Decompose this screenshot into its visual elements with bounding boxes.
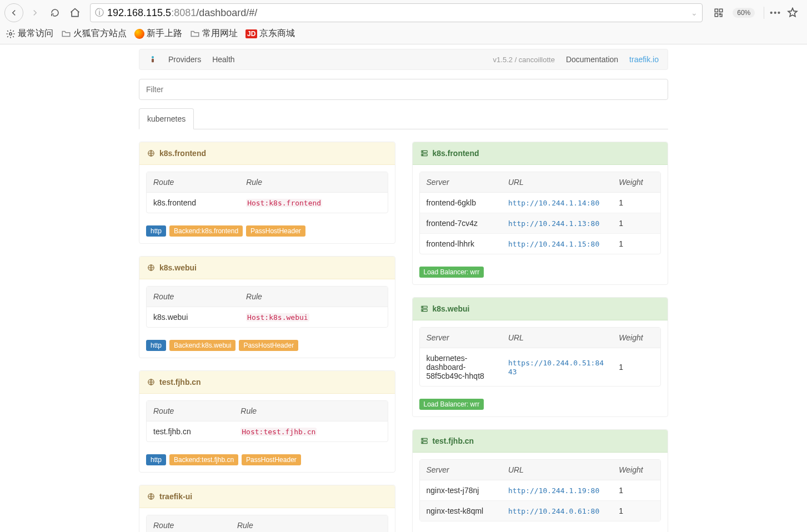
browser-toolbar: ⓘ 192.168.115.5:8081/dashboard/#/ ⌄ 60% …	[0, 0, 807, 26]
bookmark-most-visited[interactable]: 最常访问	[6, 28, 53, 39]
svg-rect-5	[152, 59, 154, 63]
frontend-panel-header: k8s.frontend	[139, 142, 395, 165]
badge-passhost: PassHostHeader	[242, 454, 301, 465]
jd-icon: JD	[245, 29, 257, 38]
globe-icon	[147, 264, 155, 272]
site-info-icon[interactable]: ⓘ	[95, 7, 104, 19]
backend-name: k8s.frontend	[433, 149, 479, 158]
nav-documentation[interactable]: Documentation	[566, 55, 618, 64]
url-cell: http://10.244.1.19:80	[502, 480, 612, 500]
backend-panel-header: k8s.webui	[413, 298, 668, 320]
overflow-menu-icon[interactable]: •••	[770, 8, 781, 17]
svg-point-21	[422, 442, 423, 443]
col-url: URL	[502, 328, 612, 348]
server-url-link[interactable]: http://10.244.0.61:80	[508, 507, 599, 515]
version-label: v1.5.2 / cancoillotte	[493, 56, 555, 64]
globe-icon	[147, 493, 155, 500]
bookmark-common[interactable]: 常用网址	[190, 28, 238, 39]
col-rule: Rule	[230, 515, 388, 532]
backend-name: k8s.webui	[433, 304, 470, 313]
server-url-link[interactable]: http://10.244.1.15:80	[508, 240, 599, 248]
svg-point-20	[422, 439, 423, 440]
server-url-link[interactable]: http://10.244.1.19:80	[508, 486, 599, 495]
backend-panel: k8s.frontend Server URL Weight frontend-…	[412, 142, 669, 285]
qr-icon[interactable]	[714, 8, 724, 18]
server-cell: nginx-test-j78nj	[420, 480, 502, 500]
nav-traefik-site[interactable]: traefik.io	[629, 55, 659, 64]
frontend-panel-header: test.fjhb.cn	[139, 371, 395, 394]
badge-http: http	[146, 454, 166, 465]
weight-cell: 1	[612, 193, 660, 213]
url-text: 192.168.115.5:8081/dashboard/#/	[107, 7, 257, 19]
frontend-panel: test.fjhb.cn Route Rule test.fjhb.cn Hos…	[139, 370, 395, 473]
filter-input[interactable]	[139, 79, 668, 100]
svg-point-16	[422, 307, 423, 308]
nav-health[interactable]: Health	[212, 55, 234, 64]
weight-cell: 1	[612, 233, 660, 254]
server-url-link[interactable]: https://10.244.0.51:8443	[508, 359, 604, 376]
frontends-column: k8s.frontend Route Rule k8s.frontend Hos…	[139, 142, 395, 532]
table-row: nginx-test-k8qml http://10.244.0.61:80 1	[420, 500, 661, 521]
reload-button[interactable]	[47, 4, 63, 21]
server-cell: frontend-lhhrk	[420, 233, 502, 254]
weight-cell: 1	[612, 500, 660, 521]
bookmark-star-icon[interactable]	[787, 7, 798, 18]
traefik-logo-icon	[148, 55, 157, 64]
route-cell: k8s.webui	[147, 307, 239, 327]
rule-cell: Host:k8s.webui	[239, 307, 387, 327]
col-server: Server	[420, 460, 502, 480]
table-row: kubernetes-dashboard-58f5cb49c-hhqt8 htt…	[420, 348, 661, 386]
bookmark-jd[interactable]: JD 京东商城	[245, 28, 295, 39]
backend-panel: k8s.webui Server URL Weight kubernetes-d…	[412, 297, 669, 417]
globe-icon	[147, 149, 155, 157]
dropdown-icon[interactable]: ⌄	[691, 8, 698, 17]
forward-button[interactable]	[27, 4, 43, 21]
col-rule: Rule	[239, 287, 387, 307]
table-row: frontend-7cv4z http://10.244.1.13:80 1	[420, 213, 661, 233]
app-navbar: Providers Health v1.5.2 / cancoillotte D…	[139, 49, 668, 70]
arrow-left-icon	[9, 8, 19, 18]
col-weight: Weight	[612, 460, 660, 480]
back-button[interactable]	[4, 3, 23, 22]
badge-loadbalancer: Load Balancer: wrr	[419, 399, 484, 410]
weight-cell: 1	[612, 348, 660, 386]
weight-cell: 1	[612, 213, 660, 233]
frontend-name: traefik-ui	[159, 492, 192, 501]
frontend-panel-header: traefik-ui	[139, 485, 395, 508]
table-row: frontend-6gklb http://10.244.1.14:80 1	[420, 193, 661, 213]
url-bar[interactable]: ⓘ 192.168.115.5:8081/dashboard/#/ ⌄	[90, 3, 703, 22]
backend-name: test.fjhb.cn	[433, 436, 474, 445]
server-url-link[interactable]: http://10.244.1.14:80	[508, 199, 599, 207]
server-icon	[420, 305, 428, 313]
table-row: nginx-test-j78nj http://10.244.1.19:80 1	[420, 480, 661, 500]
bookmarks-bar: 最常访问 火狐官方站点 新手上路 常用网址 JD 京东商城	[0, 26, 807, 44]
server-url-link[interactable]: http://10.244.1.13:80	[508, 219, 599, 228]
tab-kubernetes[interactable]: kubernetes	[139, 108, 194, 129]
col-server: Server	[420, 328, 502, 348]
svg-rect-0	[715, 9, 718, 12]
badge-backend: Backend:k8s.webui	[169, 340, 235, 351]
backend-panel: test.fjhb.cn Server URL Weight nginx-tes…	[412, 429, 669, 532]
badge-passhost: PassHostHeader	[239, 340, 298, 351]
zoom-badge[interactable]: 60%	[733, 8, 755, 18]
home-button[interactable]	[67, 4, 83, 21]
browser-chrome: ⓘ 192.168.115.5:8081/dashboard/#/ ⌄ 60% …	[0, 0, 807, 44]
url-cell: http://10.244.1.15:80	[502, 233, 612, 254]
folder-icon	[61, 29, 71, 39]
bookmark-newbie[interactable]: 新手上路	[134, 28, 182, 39]
col-rule: Rule	[234, 401, 387, 421]
server-icon	[420, 437, 428, 445]
col-route: Route	[147, 172, 239, 193]
rule-cell: Host:k8s.frontend	[239, 193, 387, 213]
svg-point-4	[152, 56, 154, 58]
server-icon	[420, 149, 428, 157]
nav-providers[interactable]: Providers	[168, 55, 201, 64]
table-row: frontend-lhhrk http://10.244.1.15:80 1	[420, 233, 661, 254]
col-url: URL	[502, 460, 612, 480]
col-rule: Rule	[239, 172, 387, 193]
frontend-name: k8s.webui	[159, 263, 197, 272]
weight-cell: 1	[612, 480, 660, 500]
globe-icon	[147, 378, 155, 386]
bookmark-firefox-official[interactable]: 火狐官方站点	[61, 28, 127, 39]
badge-backend: Backend:test.fjhb.cn	[169, 454, 238, 465]
